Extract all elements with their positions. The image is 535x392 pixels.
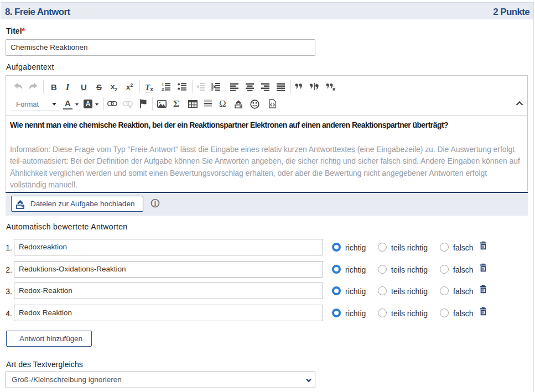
svg-text:i: i bbox=[154, 200, 157, 207]
svg-text:2: 2 bbox=[162, 87, 164, 91]
